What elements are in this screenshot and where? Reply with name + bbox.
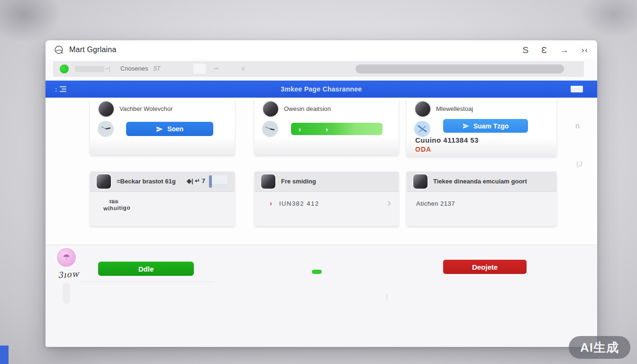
- avatar: [415, 101, 430, 117]
- page-header-banner: : 3mkee Page Chasrannee: [46, 81, 597, 98]
- toolbar-progress-bar[interactable]: [355, 64, 564, 73]
- card-backup: =Beckar brastot 61g ◆| ↵ 7 TES wihuitigo: [90, 172, 235, 226]
- user-avatar-pink: ☂: [57, 248, 76, 267]
- clock-icon: [261, 120, 279, 138]
- content-area: Vachber Wolevchor Soen Owesin deaitsio: [46, 98, 597, 245]
- avatar: [97, 174, 111, 189]
- divider-tick: [386, 294, 387, 300]
- margin-glyph: (J: [576, 160, 582, 168]
- desktop-background: Mart Ggrlaina S Ɛ → ›‹ ⌐| Cnosenes 5T ⇀ …: [0, 0, 637, 364]
- card-send: Vachber Wolevchor Soen: [90, 98, 235, 155]
- card-title: Vachber Wolevchor: [119, 105, 173, 112]
- send-tag-button[interactable]: Suam Tzgo: [443, 119, 528, 133]
- grid-view-icon[interactable]: [571, 86, 583, 92]
- app-window: Mart Ggrlaina S Ɛ → ›‹ ⌐| Cnosenes 5T ⇀ …: [46, 40, 597, 346]
- card-title: Mlewellestoaj: [436, 105, 473, 112]
- control-s-icon[interactable]: S: [523, 46, 529, 55]
- send-button-label: Soen: [167, 125, 183, 133]
- card-meta-glyphs: ◆| ↵ 7: [187, 177, 205, 184]
- status-dot-green: [60, 64, 69, 73]
- clock-icon: [97, 120, 115, 138]
- card-report: Tiekee dineanda emcuiam goort Atichen 21…: [407, 172, 556, 226]
- avatar: [261, 174, 275, 189]
- chevron-right-icon: ›: [299, 126, 301, 133]
- toolbar-box[interactable]: [193, 64, 206, 74]
- card-account: Mlewellestoaj Suam Tzgo Cuuino 411384 53…: [407, 98, 556, 156]
- clock-icon-blue: [413, 120, 431, 138]
- control-moon-icon[interactable]: Ɛ: [541, 46, 546, 55]
- card-title: Owesin deaitsion: [284, 105, 331, 112]
- umbrella-icon: ☂: [63, 252, 70, 263]
- toolbar-glyph: ⌐|: [105, 65, 110, 72]
- flag-badge-icon: [209, 175, 227, 188]
- status-badge: ODA: [415, 146, 431, 153]
- toolbar-glyph: v: [242, 65, 245, 72]
- card-header: =Beckar brastot 61g ◆| ↵ 7: [90, 172, 235, 192]
- send-tag-button-label: Suam Tzgo: [473, 122, 509, 130]
- card-title: Tiekee dineanda emcuiam goort: [433, 178, 527, 185]
- green-dash-indicator: [312, 270, 322, 274]
- background-smudge: [580, 0, 637, 38]
- card-header: Tiekee dineanda emcuiam goort: [407, 172, 556, 192]
- strikethrough-tag: TES: [109, 199, 118, 205]
- progress-button[interactable]: › ›: [291, 123, 382, 135]
- toolbar-label: 5T: [154, 65, 160, 72]
- card-glare: [214, 114, 235, 127]
- page-title: 3mkee Page Chasrannee: [281, 85, 362, 93]
- chevron-right-icon: ›: [326, 126, 328, 133]
- card-body-text: Atichen 2137: [416, 200, 455, 207]
- card-title: =Beckar brastot 61g: [117, 178, 176, 185]
- avatar: [263, 101, 278, 117]
- avatar: [99, 101, 114, 117]
- send-icon: [156, 126, 163, 133]
- card-body-text: IUN382 412: [279, 200, 319, 207]
- avatar: [413, 174, 428, 189]
- globe-icon: [54, 45, 64, 55]
- arrow-right-icon[interactable]: →: [560, 46, 569, 55]
- card-body-text: wihuitigo: [103, 204, 131, 212]
- card-title: Fre smiding: [281, 178, 316, 185]
- chevrons-icon[interactable]: ›‹: [582, 46, 589, 54]
- toolbar-segment: [75, 66, 104, 72]
- margin-glyph: n: [575, 122, 580, 130]
- menu-lines: [60, 86, 66, 92]
- toolbar: ⌐| Cnosenes 5T ⇀ v: [53, 61, 584, 77]
- user-signature: 3ıow: [57, 269, 79, 280]
- account-number: Cuuino 411384 53: [415, 136, 479, 144]
- toolbar-label: Cnosenes: [120, 65, 148, 72]
- delete-button[interactable]: Deojete: [443, 260, 527, 274]
- footer-panel: ☂ 3ıow Ddle Deojete: [46, 245, 597, 347]
- card-presiding: Fre smiding › IUN382 412 ›: [255, 172, 399, 226]
- corner-accent: [0, 346, 9, 364]
- card-progress: Owesin deaitsion › ›: [255, 98, 399, 155]
- menu-dots: :: [55, 86, 57, 93]
- window-title: Mart Ggrlaina: [69, 46, 117, 54]
- send-icon: [463, 123, 469, 129]
- send-button[interactable]: Soen: [126, 122, 213, 136]
- divider: [81, 282, 214, 282]
- watermark-text: AI生成: [580, 339, 619, 356]
- orange-arrow-icon: ›: [270, 199, 272, 207]
- confirm-button[interactable]: Ddle: [98, 262, 194, 276]
- title-bar: Mart Ggrlaina S Ɛ → ›‹: [46, 40, 597, 59]
- footer-pill-decoration: [63, 283, 70, 304]
- ai-watermark-badge: AI生成: [569, 336, 630, 359]
- window-controls: S Ɛ → ›‹: [523, 46, 589, 55]
- chevron-right-icon[interactable]: ›: [387, 196, 391, 209]
- background-smudge: [0, 0, 62, 43]
- card-header: Fre smiding: [255, 172, 399, 192]
- list-menu-icon[interactable]: :: [55, 86, 66, 93]
- toolbar-glyph: ⇀: [213, 65, 218, 72]
